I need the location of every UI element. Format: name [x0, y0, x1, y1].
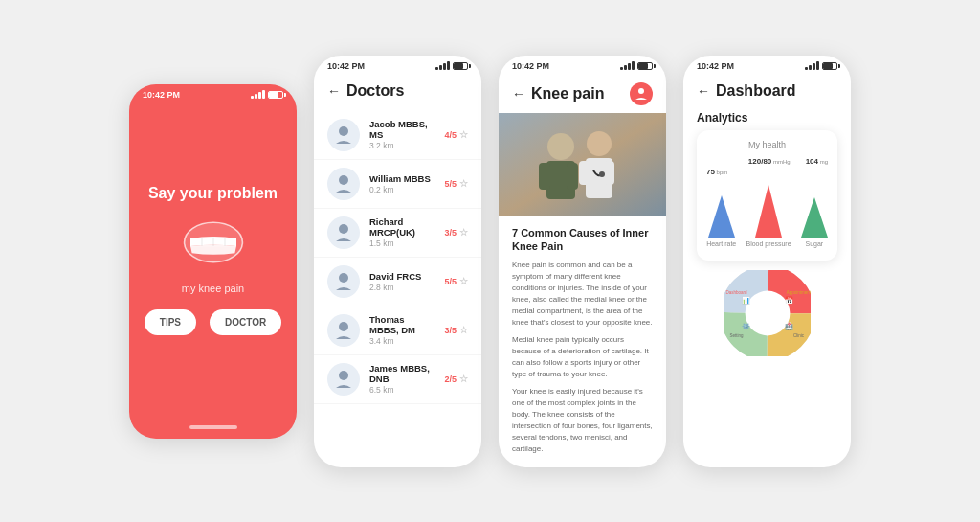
say-problem-title: Say your problem [148, 185, 278, 202]
doctor-item[interactable]: William MBBS 0.2 km 5/5 ☆ [314, 160, 481, 209]
chart-col-bp: Blood pressure [746, 185, 791, 247]
doctor-list: Jacob MBBS, MS 3.2 km 4/5 ☆ William MBBS… [314, 107, 481, 408]
svg-text:🏥: 🏥 [785, 322, 793, 330]
notch-right-knee [620, 61, 653, 70]
bar-chart: Heart rate Blood pressure Sugar [706, 180, 828, 247]
svg-point-9 [339, 322, 348, 331]
knee-article-content: 7 Common Causes of Inner Knee Pain Knee … [499, 216, 666, 466]
svg-text:Dashboard: Dashboard [725, 290, 747, 295]
pie-chart: 📊 📅 🏥 ⚙️ Dashboard Appointment Setting C… [724, 270, 811, 356]
back-arrow-knee[interactable]: ← [512, 86, 525, 102]
doctor-rating-5: 2/5 ☆ [444, 374, 468, 384]
dashboard-title: Dashboard [716, 82, 796, 100]
phone-red: 10:42 PM Say your problem [129, 84, 297, 439]
star-icon-5: ☆ [459, 374, 468, 384]
screens-container: 10:42 PM Say your problem [129, 56, 851, 467]
doctor-item[interactable]: Richard MRCP(UK) 1.5 km 3/5 ☆ [314, 209, 481, 258]
battery-red [268, 91, 283, 99]
bar-label-hr: Heart rate [706, 240, 736, 247]
doctor-dist-0: 3.2 km [369, 141, 434, 150]
knee-avatar [630, 82, 653, 105]
doctor-item[interactable]: David FRCS 2.8 km 5/5 ☆ [314, 258, 481, 306]
bar-label-bp: Blood pressure [746, 240, 791, 247]
doctor-rating-3: 5/5 ☆ [444, 276, 468, 286]
notch-right-doctors [435, 61, 468, 70]
doctor-info-5: James MBBS, DNB 6.5 km [369, 363, 434, 395]
notch-knee: 10:42 PM [499, 56, 666, 75]
home-indicator-red [189, 425, 237, 429]
svg-point-5 [339, 126, 348, 136]
tips-button[interactable]: TIPS [145, 309, 196, 335]
svg-text:⚙️: ⚙️ [742, 322, 750, 330]
star-icon-2: ☆ [459, 227, 468, 238]
svg-point-10 [339, 371, 348, 380]
doctor-info-4: Thomas MBBS, DM 3.4 km [369, 314, 434, 346]
battery-knee [637, 62, 653, 70]
svg-rect-21 [604, 161, 614, 185]
mouth-icon [175, 214, 252, 271]
notch-dashboard: 10:42 PM [683, 56, 851, 75]
signal-dashboard [805, 61, 819, 70]
doctors-header: ← Doctors [314, 75, 481, 107]
svg-text:📊: 📊 [742, 296, 750, 305]
back-arrow-doctors[interactable]: ← [327, 83, 341, 99]
star-icon-0: ☆ [459, 129, 468, 140]
hr-value-row: 75 bpm [706, 168, 828, 176]
svg-text:📅: 📅 [785, 296, 793, 305]
knee-article-image [499, 113, 666, 217]
doctor-avatar-0 [327, 119, 360, 151]
doctor-rating-1: 5/5 ☆ [444, 178, 468, 189]
rating-val-3: 5/5 [444, 277, 457, 286]
knee-title: Knee pain [531, 85, 604, 102]
doctor-avatar-3 [327, 265, 360, 298]
doctor-item[interactable]: Jacob MBBS, MS 3.2 km 4/5 ☆ [314, 111, 481, 160]
doctor-name-4: Thomas MBBS, DM [369, 314, 434, 335]
doctor-dist-1: 0.2 km [369, 185, 434, 194]
star-icon-1: ☆ [459, 178, 468, 189]
doctors-title: Doctors [346, 82, 404, 100]
sugar-value: 104 mg [806, 157, 828, 166]
rating-val-1: 5/5 [444, 179, 457, 189]
article-para-3: Your knee is easily injured because it's… [512, 386, 653, 455]
svg-text:Clinic: Clinic [792, 333, 804, 338]
phone-knee: 10:42 PM ← Knee pain [499, 56, 666, 467]
doctor-rating-2: 3/5 ☆ [444, 227, 468, 238]
time-dashboard: 10:42 PM [697, 61, 734, 71]
rating-val-0: 4/5 [444, 130, 457, 140]
signal-doctors [435, 61, 450, 70]
doctor-avatar-5 [327, 363, 360, 396]
doctor-name-3: David FRCS [369, 271, 434, 282]
svg-rect-17 [567, 163, 578, 190]
svg-text:Appointment: Appointment [786, 290, 810, 295]
doctor-avatar-4 [327, 314, 360, 347]
hr-value: 75 bpm [706, 168, 727, 176]
article-para-2: Medial knee pain typically occurs becaus… [512, 334, 653, 380]
doctor-dist-2: 1.5 km [369, 238, 434, 248]
chart-col-sugar: Sugar [801, 197, 828, 247]
svg-point-7 [339, 224, 348, 234]
svg-point-8 [339, 273, 348, 283]
rating-val-5: 2/5 [444, 374, 457, 384]
battery-dashboard [822, 62, 837, 70]
svg-point-11 [638, 88, 644, 94]
doctor-name-1: William MBBS [369, 173, 434, 184]
doctor-item[interactable]: James MBBS, DNB 6.5 km 2/5 ☆ [314, 355, 481, 404]
svg-rect-20 [579, 161, 590, 185]
star-icon-4: ☆ [459, 325, 468, 335]
doctor-info-1: William MBBS 0.2 km [369, 173, 434, 194]
phone-doctors: 10:42 PM ← Doctors [314, 56, 481, 467]
doctor-info-3: David FRCS 2.8 km [369, 271, 434, 292]
doctor-item[interactable]: Thomas MBBS, DM 3.4 km 3/5 ☆ [314, 306, 481, 355]
doctor-info-0: Jacob MBBS, MS 3.2 km [369, 119, 434, 150]
knee-pain-label: my knee pain [182, 283, 244, 294]
knee-header: ← Knee pain [499, 75, 666, 113]
stat-values-row: 120/80 mmHg 104 mg [706, 157, 828, 166]
back-arrow-dashboard[interactable]: ← [697, 83, 710, 99]
doctor-button[interactable]: DOCTOR [210, 309, 281, 335]
doctor-dist-5: 6.5 km [369, 385, 434, 395]
doctor-avatar-2 [327, 216, 360, 249]
pie-nav-section: 📊 📅 🏥 ⚙️ Dashboard Appointment Setting C… [697, 270, 837, 356]
bar-label-sugar: Sugar [806, 240, 824, 247]
notch-red: 10:42 PM [129, 84, 297, 103]
svg-point-18 [587, 131, 612, 156]
